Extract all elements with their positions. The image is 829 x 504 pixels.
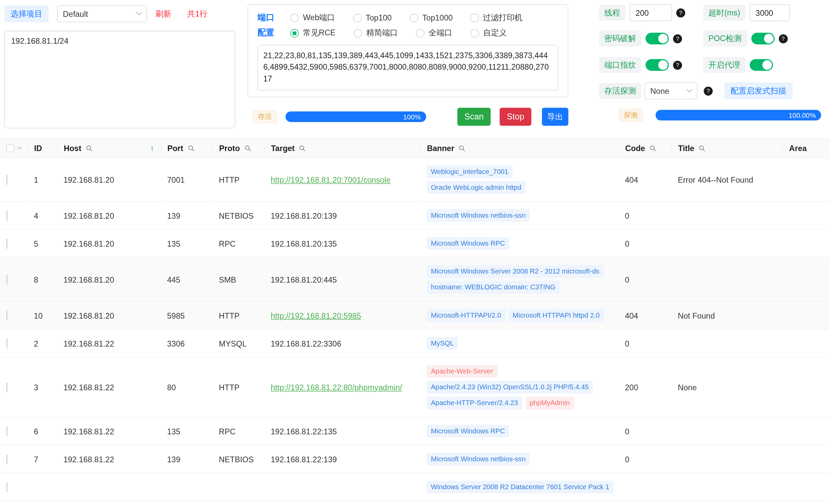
radio-control[interactable] <box>290 29 299 37</box>
search-icon[interactable] <box>698 145 705 151</box>
port-fingerprint-toggle[interactable] <box>645 59 669 71</box>
column-label: Port <box>167 144 183 153</box>
column-label: Area <box>789 144 807 153</box>
search-icon[interactable] <box>244 145 251 151</box>
port-cell <box>161 473 212 501</box>
host-cell: 192.168.81.22 <box>57 329 161 357</box>
radio-control[interactable] <box>353 13 361 22</box>
port-cell: 445 <box>161 257 212 301</box>
checkbox-control[interactable] <box>471 14 479 22</box>
probe-progress-text: 100.00% <box>789 111 816 119</box>
radio-control[interactable] <box>290 13 299 22</box>
radio-control[interactable] <box>354 29 362 37</box>
code-cell: 404 <box>619 301 671 329</box>
search-icon[interactable] <box>86 145 92 151</box>
row-select-cell <box>0 301 28 329</box>
checkbox-option[interactable]: 过滤打印机 <box>471 13 523 23</box>
select-all-checkbox[interactable] <box>6 144 14 152</box>
target-link[interactable]: http://192.168.81.20:5985 <box>271 311 361 320</box>
row-checkbox[interactable] <box>6 426 7 436</box>
scan-button[interactable]: Scan <box>457 108 491 125</box>
target-link[interactable]: http://192.168.81.20:7001/console <box>271 175 391 184</box>
refresh-button[interactable]: 刷新 <box>156 9 171 19</box>
banner-badge: MySQL <box>427 337 458 350</box>
title-cell: Error 404--Not Found <box>671 158 783 202</box>
select-project-button[interactable]: 选择项目 <box>4 5 49 22</box>
banner-badge: hostname: WEBLOGIC domain: C3TING <box>427 281 560 294</box>
radio-option[interactable]: 精简端口 <box>354 28 398 38</box>
sort-ascending-icon[interactable]: ↑ <box>150 144 154 153</box>
radio-option[interactable]: 自定义 <box>470 28 507 38</box>
targets-input[interactable]: 192.168.81.1/24 <box>4 31 235 128</box>
radio-option[interactable]: Top1000 <box>410 13 453 22</box>
target-link[interactable]: http://192.168.81.22:80/phpmyadmin/ <box>271 383 402 392</box>
radio-option[interactable]: 常见RCE <box>290 28 336 38</box>
column-header-proto[interactable]: Proto <box>212 139 264 158</box>
help-icon[interactable]: ? <box>673 61 682 70</box>
row-checkbox[interactable] <box>6 310 7 320</box>
search-icon[interactable] <box>299 145 306 151</box>
port-fingerprint-label: 端口指纹 <box>599 57 641 73</box>
radio-option[interactable]: 全端口 <box>416 28 452 38</box>
column-header-host[interactable]: Host↑ <box>57 139 161 158</box>
search-icon[interactable] <box>188 145 194 151</box>
title-cell: Not Found <box>671 301 783 329</box>
area-cell <box>783 417 829 445</box>
row-checkbox[interactable] <box>6 482 7 492</box>
table-row: 10192.168.81.205985HTTPhttp://192.168.81… <box>0 301 829 329</box>
radio-option[interactable]: Web端口 <box>290 13 335 23</box>
row-checkbox[interactable] <box>6 275 7 285</box>
column-header-code[interactable]: Code <box>619 139 671 158</box>
column-label: Title <box>678 144 694 153</box>
proto-cell: NETBIOS <box>212 445 264 473</box>
project-select[interactable]: Default <box>57 5 147 22</box>
proxy-toggle[interactable] <box>750 59 773 71</box>
port-presets-row: 端口 Web端口Top100Top1000过滤打印机 <box>258 10 558 26</box>
row-checkbox[interactable] <box>6 239 7 249</box>
selection-dropdown-icon[interactable] <box>17 144 22 149</box>
help-icon[interactable]: ? <box>778 34 788 43</box>
timeout-input[interactable] <box>750 4 790 21</box>
code-cell: 0 <box>619 257 671 301</box>
code-cell: 0 <box>619 445 671 473</box>
help-icon[interactable]: ? <box>704 86 713 96</box>
row-checkbox[interactable] <box>6 175 7 185</box>
radio-option[interactable]: Top100 <box>353 13 392 22</box>
area-cell <box>783 473 829 501</box>
stop-button[interactable]: Stop <box>500 108 531 125</box>
search-icon[interactable] <box>649 145 656 151</box>
alive-detect-select[interactable]: None <box>644 82 697 99</box>
thread-input[interactable] <box>630 4 672 21</box>
row-checkbox[interactable] <box>6 211 7 221</box>
radio-control[interactable] <box>410 13 418 22</box>
column-header-banner[interactable]: Banner <box>420 139 619 158</box>
id-cell: 4 <box>28 202 57 229</box>
code-cell: 404 <box>619 158 671 202</box>
row-checkbox[interactable] <box>6 382 7 392</box>
password-crack-label: 密码破解 <box>599 31 641 46</box>
host-cell: 192.168.81.20 <box>57 158 161 202</box>
id-cell <box>28 473 57 501</box>
export-button[interactable]: 导出 <box>542 108 568 125</box>
area-cell <box>783 301 829 329</box>
option-label: 常见RCE <box>303 28 336 38</box>
proto-cell: NETBIOS <box>212 202 264 229</box>
alive-progress-bar: 100% <box>286 111 426 122</box>
ports-input[interactable]: 21,22,23,80,81,135,139,389,443,445,1099,… <box>258 45 558 90</box>
search-icon[interactable] <box>459 145 465 151</box>
row-checkbox[interactable] <box>6 338 7 349</box>
help-icon[interactable]: ? <box>673 34 682 43</box>
radio-control[interactable] <box>470 29 479 37</box>
help-icon[interactable]: ? <box>676 8 685 17</box>
poc-detect-toggle[interactable] <box>751 33 774 44</box>
chevron-down-icon <box>687 86 693 93</box>
password-crack-toggle[interactable] <box>645 33 669 44</box>
column-header-target[interactable]: Target <box>264 139 420 158</box>
heuristic-scan-button[interactable]: 配置启发式扫描 <box>724 82 793 99</box>
column-header-title[interactable]: Title <box>671 139 783 158</box>
column-header-port[interactable]: Port <box>161 139 212 158</box>
radio-control[interactable] <box>416 29 424 37</box>
banner-cell: Microsoft Windows RPC <box>420 229 619 257</box>
control-panel: 选择项目 Default 刷新 共1行 192.168.81.1/24 端口 W… <box>0 0 829 138</box>
row-checkbox[interactable] <box>6 454 7 464</box>
